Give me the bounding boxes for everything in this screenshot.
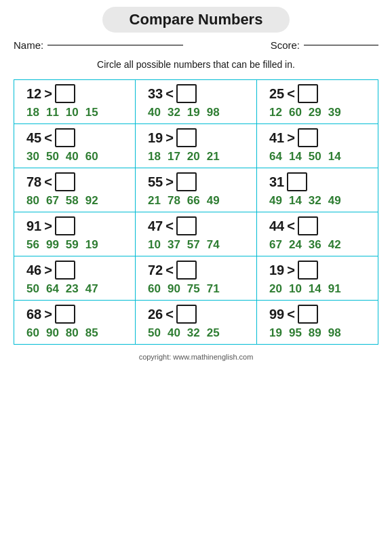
- cell-2-0: 78<80675892: [14, 168, 136, 212]
- choice-3-1-0[interactable]: 10: [148, 238, 161, 252]
- problem-5-0: 68>: [20, 305, 75, 324]
- choice-4-2-2[interactable]: 14: [309, 282, 321, 296]
- choice-1-0-2[interactable]: 40: [66, 150, 79, 164]
- answer-box-5-0[interactable]: [55, 305, 75, 324]
- choice-0-0-0[interactable]: 18: [26, 106, 39, 119]
- choice-5-1-3[interactable]: 25: [207, 326, 220, 340]
- choice-2-0-0[interactable]: 80: [26, 194, 39, 208]
- choice-3-2-2[interactable]: 36: [309, 238, 321, 252]
- choices-0-0: 18111015: [20, 106, 98, 119]
- choice-1-0-0[interactable]: 30: [26, 150, 39, 164]
- answer-box-5-1[interactable]: [176, 305, 197, 324]
- answer-box-1-0[interactable]: [55, 128, 75, 147]
- answer-box-4-2[interactable]: [298, 261, 318, 280]
- choice-2-0-1[interactable]: 67: [46, 194, 59, 208]
- choice-3-0-1[interactable]: 99: [46, 238, 59, 252]
- choice-3-1-1[interactable]: 37: [168, 238, 180, 252]
- choice-5-0-2[interactable]: 80: [66, 326, 79, 340]
- choice-2-2-2[interactable]: 32: [309, 194, 321, 208]
- cell-1-1: 19>18172021: [136, 124, 257, 168]
- choice-4-0-3[interactable]: 47: [85, 282, 98, 296]
- choice-5-1-0[interactable]: 50: [148, 326, 161, 340]
- choice-1-2-2[interactable]: 50: [309, 150, 321, 164]
- choice-4-2-3[interactable]: 91: [328, 282, 341, 296]
- choice-3-2-1[interactable]: 24: [289, 238, 302, 252]
- choice-1-1-2[interactable]: 20: [187, 150, 200, 164]
- choice-1-1-1[interactable]: 17: [168, 150, 180, 164]
- choice-1-2-1[interactable]: 14: [289, 150, 302, 164]
- answer-box-3-0[interactable]: [55, 216, 75, 235]
- choice-0-0-2[interactable]: 10: [66, 106, 79, 119]
- choice-5-2-1[interactable]: 95: [289, 326, 302, 340]
- answer-box-2-1[interactable]: [176, 172, 197, 191]
- choice-5-1-2[interactable]: 32: [187, 326, 200, 340]
- name-line[interactable]: [47, 45, 183, 45]
- answer-box-3-1[interactable]: [176, 216, 197, 235]
- answer-box-2-0[interactable]: [55, 172, 75, 191]
- choice-0-1-2[interactable]: 19: [187, 106, 200, 119]
- choice-0-2-0[interactable]: 12: [269, 106, 282, 119]
- choice-2-1-0[interactable]: 21: [148, 194, 161, 208]
- choice-5-0-3[interactable]: 85: [85, 326, 98, 340]
- choice-4-1-2[interactable]: 75: [187, 282, 200, 296]
- choice-0-0-1[interactable]: 11: [46, 106, 59, 119]
- answer-box-4-1[interactable]: [176, 261, 197, 280]
- answer-box-0-0[interactable]: [55, 84, 75, 103]
- choice-1-1-3[interactable]: 21: [207, 150, 220, 164]
- choice-5-2-0[interactable]: 19: [269, 326, 282, 340]
- number-4-2: 19: [269, 263, 284, 278]
- choice-1-2-0[interactable]: 64: [269, 150, 282, 164]
- choice-1-0-1[interactable]: 50: [46, 150, 59, 164]
- score-line[interactable]: [304, 45, 378, 45]
- answer-box-0-1[interactable]: [176, 84, 197, 103]
- choice-2-0-3[interactable]: 92: [85, 194, 98, 208]
- choice-0-2-3[interactable]: 39: [328, 106, 341, 119]
- answer-box-2-2[interactable]: [287, 172, 307, 191]
- choice-3-0-3[interactable]: 19: [85, 238, 98, 252]
- choice-0-2-2[interactable]: 29: [309, 106, 321, 119]
- choice-3-1-3[interactable]: 74: [207, 238, 220, 252]
- choice-4-1-3[interactable]: 71: [207, 282, 220, 296]
- choice-2-0-2[interactable]: 58: [66, 194, 79, 208]
- choice-1-0-3[interactable]: 60: [85, 150, 98, 164]
- choice-0-0-3[interactable]: 15: [85, 106, 98, 119]
- choice-0-1-0[interactable]: 40: [148, 106, 161, 119]
- choice-4-1-1[interactable]: 90: [168, 282, 180, 296]
- choice-2-2-1[interactable]: 14: [289, 194, 302, 208]
- answer-box-5-2[interactable]: [298, 305, 318, 324]
- choice-1-1-0[interactable]: 18: [148, 150, 161, 164]
- choice-1-2-3[interactable]: 14: [328, 150, 341, 164]
- answer-box-1-2[interactable]: [298, 128, 318, 147]
- instructions: Circle all possible numbers that can be …: [14, 59, 378, 70]
- choice-5-0-0[interactable]: 60: [26, 326, 39, 340]
- choice-4-0-2[interactable]: 23: [66, 282, 79, 296]
- choice-3-2-3[interactable]: 42: [328, 238, 341, 252]
- number-2-1: 55: [148, 174, 163, 190]
- choice-4-2-0[interactable]: 20: [269, 282, 282, 296]
- choice-2-2-3[interactable]: 49: [328, 194, 341, 208]
- choice-2-1-1[interactable]: 78: [168, 194, 180, 208]
- choice-5-1-1[interactable]: 40: [168, 326, 180, 340]
- choice-5-0-1[interactable]: 90: [46, 326, 59, 340]
- choice-0-1-3[interactable]: 98: [207, 106, 220, 119]
- answer-box-1-1[interactable]: [176, 128, 197, 147]
- answer-box-4-0[interactable]: [55, 261, 75, 280]
- choice-5-2-2[interactable]: 89: [309, 326, 321, 340]
- choice-3-2-0[interactable]: 67: [269, 238, 282, 252]
- problem-0-2: 25<: [262, 84, 318, 103]
- choice-5-2-3[interactable]: 98: [328, 326, 341, 340]
- choice-2-1-3[interactable]: 49: [207, 194, 220, 208]
- choice-3-1-2[interactable]: 57: [187, 238, 200, 252]
- choice-0-1-1[interactable]: 32: [168, 106, 180, 119]
- choice-4-0-0[interactable]: 50: [26, 282, 39, 296]
- choice-4-0-1[interactable]: 64: [46, 282, 59, 296]
- choice-2-1-2[interactable]: 66: [187, 194, 200, 208]
- choice-4-1-0[interactable]: 60: [148, 282, 161, 296]
- choice-0-2-1[interactable]: 60: [289, 106, 302, 119]
- answer-box-0-2[interactable]: [298, 84, 318, 103]
- answer-box-3-2[interactable]: [298, 216, 318, 235]
- choice-3-0-0[interactable]: 56: [26, 238, 39, 252]
- choice-2-2-0[interactable]: 49: [269, 194, 282, 208]
- choice-3-0-2[interactable]: 59: [66, 238, 79, 252]
- choice-4-2-1[interactable]: 10: [289, 282, 302, 296]
